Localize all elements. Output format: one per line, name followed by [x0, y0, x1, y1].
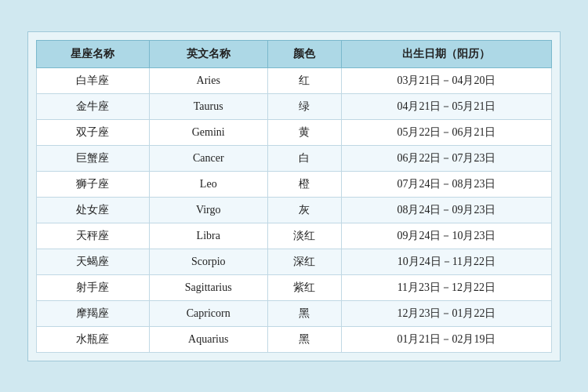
header-dates: 出生日期（阳历）: [341, 40, 551, 67]
cell-color: 黑: [267, 326, 341, 352]
table-header-row: 星座名称 英文名称 颜色 出生日期（阳历）: [37, 40, 552, 67]
cell-chinese-name: 处女座: [37, 197, 150, 223]
cell-chinese-name: 天秤座: [37, 223, 150, 249]
cell-color: 绿: [267, 93, 341, 119]
cell-color: 紫红: [267, 274, 341, 300]
cell-english-name: Scorpio: [149, 249, 267, 274]
cell-chinese-name: 巨蟹座: [37, 145, 150, 171]
cell-color: 红: [267, 67, 341, 93]
cell-dates: 08月24日－09月23日: [341, 197, 551, 223]
cell-dates: 10月24日－11月22日: [341, 249, 551, 274]
cell-english-name: Cancer: [149, 145, 267, 171]
header-english-name: 英文名称: [149, 40, 267, 67]
cell-color: 白: [267, 145, 341, 171]
table-row: 天秤座Libra淡红09月24日－10月23日: [37, 223, 552, 249]
cell-english-name: Capricorn: [149, 300, 267, 326]
table-row: 狮子座Leo橙07月24日－08月23日: [37, 171, 552, 197]
cell-english-name: Aquarius: [149, 326, 267, 352]
cell-dates: 04月21日－05月21日: [341, 93, 551, 119]
header-color: 颜色: [267, 40, 341, 67]
table-row: 摩羯座Capricorn黑12月23日－01月22日: [37, 300, 552, 326]
cell-color: 深红: [267, 249, 341, 274]
cell-chinese-name: 白羊座: [37, 67, 150, 93]
cell-english-name: Leo: [149, 171, 267, 197]
cell-chinese-name: 射手座: [37, 274, 150, 300]
cell-dates: 07月24日－08月23日: [341, 171, 551, 197]
cell-chinese-name: 水瓶座: [37, 326, 150, 352]
table-row: 处女座Virgo灰08月24日－09月23日: [37, 197, 552, 223]
table-row: 白羊座Aries红03月21日－04月20日: [37, 67, 552, 93]
table-row: 双子座Gemini黄05月22日－06月21日: [37, 119, 552, 145]
cell-color: 灰: [267, 197, 341, 223]
cell-dates: 01月21日－02月19日: [341, 326, 551, 352]
table-row: 射手座Sagittarius紫红11月23日－12月22日: [37, 274, 552, 300]
cell-english-name: Gemini: [149, 119, 267, 145]
header-chinese-name: 星座名称: [37, 40, 150, 67]
cell-dates: 12月23日－01月22日: [341, 300, 551, 326]
cell-color: 黄: [267, 119, 341, 145]
cell-english-name: Sagittarius: [149, 274, 267, 300]
cell-dates: 11月23日－12月22日: [341, 274, 551, 300]
table-row: 水瓶座Aquarius黑01月21日－02月19日: [37, 326, 552, 352]
table-row: 巨蟹座Cancer白06月22日－07月23日: [37, 145, 552, 171]
cell-color: 淡红: [267, 223, 341, 249]
cell-dates: 05月22日－06月21日: [341, 119, 551, 145]
cell-dates: 09月24日－10月23日: [341, 223, 551, 249]
cell-chinese-name: 金牛座: [37, 93, 150, 119]
cell-english-name: Taurus: [149, 93, 267, 119]
table-row: 金牛座Taurus绿04月21日－05月21日: [37, 93, 552, 119]
cell-color: 黑: [267, 300, 341, 326]
cell-english-name: Virgo: [149, 197, 267, 223]
zodiac-table: 星座名称 英文名称 颜色 出生日期（阳历） 白羊座Aries红03月21日－04…: [36, 40, 552, 353]
cell-chinese-name: 双子座: [37, 119, 150, 145]
cell-color: 橙: [267, 171, 341, 197]
cell-dates: 03月21日－04月20日: [341, 67, 551, 93]
table-row: 天蝎座Scorpio深红10月24日－11月22日: [37, 249, 552, 274]
cell-english-name: Libra: [149, 223, 267, 249]
main-container: 星座名称 英文名称 颜色 出生日期（阳历） 白羊座Aries红03月21日－04…: [27, 31, 561, 361]
cell-english-name: Aries: [149, 67, 267, 93]
cell-chinese-name: 摩羯座: [37, 300, 150, 326]
cell-chinese-name: 狮子座: [37, 171, 150, 197]
cell-dates: 06月22日－07月23日: [341, 145, 551, 171]
cell-chinese-name: 天蝎座: [37, 249, 150, 274]
